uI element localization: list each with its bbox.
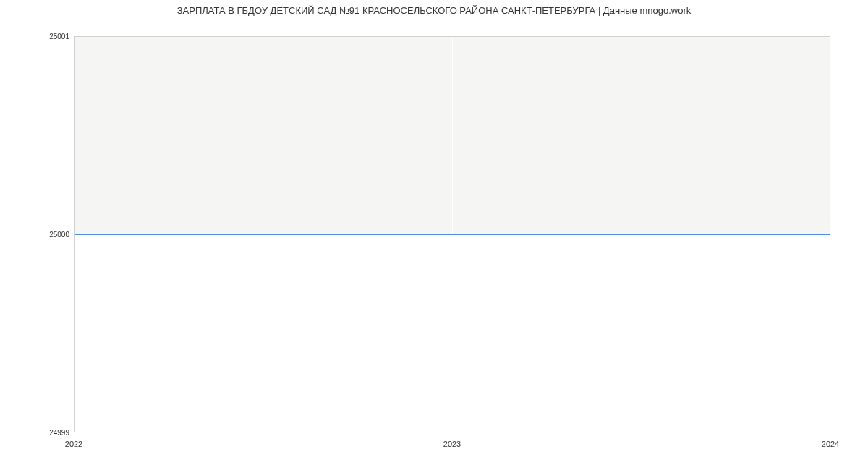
- x-tick-2024: 2024: [822, 440, 839, 448]
- y-tick-25000: 25000: [49, 231, 69, 239]
- x-tick-2022: 2022: [65, 440, 82, 448]
- y-tick-25001: 25001: [49, 33, 69, 40]
- x-tick-2023: 2023: [443, 440, 461, 448]
- chart-title: ЗАРПЛАТА В ГБДОУ ДЕТСКИЙ САД №91 КРАСНОС…: [0, 5, 868, 16]
- y-tick-24999: 24999: [49, 429, 69, 437]
- chart-container: ЗАРПЛАТА В ГБДОУ ДЕТСКИЙ САД №91 КРАСНОС…: [0, 0, 868, 470]
- grid-line-2024: [830, 37, 830, 432]
- plot-area: [74, 36, 830, 432]
- data-line: [75, 234, 830, 235]
